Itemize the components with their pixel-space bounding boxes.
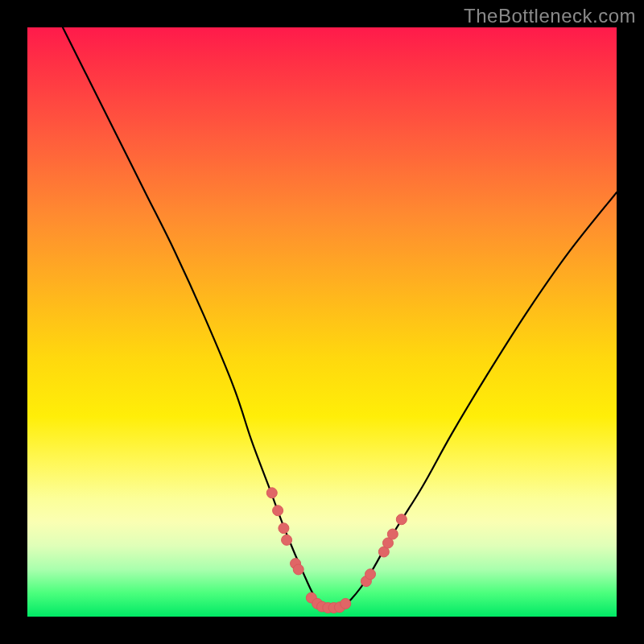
- threshold-dot: [293, 564, 303, 575]
- threshold-dot: [323, 603, 333, 613]
- threshold-dot: [396, 514, 407, 525]
- threshold-dot: [378, 547, 389, 557]
- threshold-dot: [365, 569, 376, 580]
- bottleneck-curve: [63, 27, 617, 609]
- threshold-dots-group: [266, 488, 407, 613]
- chart-svg: [27, 27, 617, 617]
- watermark-text: TheBottleneck.com: [464, 5, 636, 27]
- threshold-dot: [273, 506, 283, 516]
- threshold-dot: [361, 576, 371, 587]
- threshold-dot: [317, 601, 328, 612]
- threshold-dot: [279, 523, 289, 534]
- threshold-dot: [306, 592, 316, 603]
- chart-plot-area: [27, 27, 617, 617]
- threshold-dot: [312, 598, 323, 609]
- threshold-dot: [328, 603, 339, 613]
- threshold-dot: [334, 602, 345, 613]
- threshold-dot: [387, 529, 398, 539]
- threshold-dot: [282, 535, 292, 545]
- threshold-dot: [341, 598, 351, 609]
- threshold-dot: [382, 538, 393, 548]
- threshold-dot: [291, 559, 301, 569]
- threshold-dot: [266, 488, 277, 498]
